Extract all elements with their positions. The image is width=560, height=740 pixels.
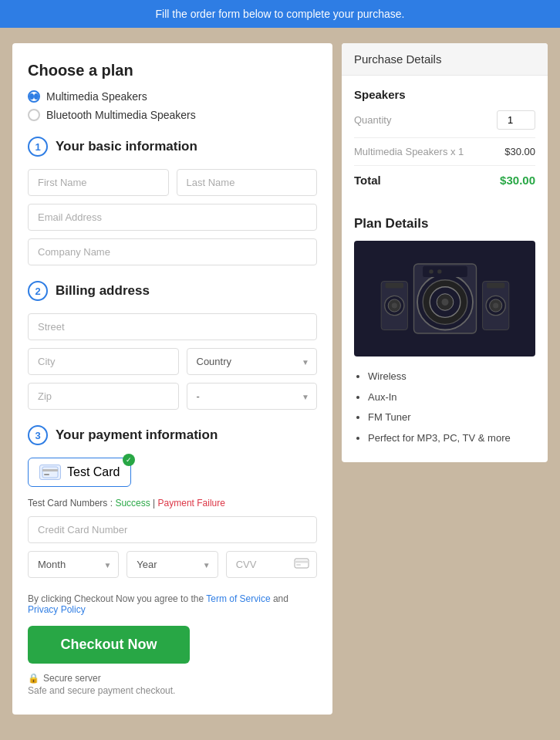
svg-rect-2 bbox=[44, 474, 49, 475]
email-input[interactable] bbox=[28, 204, 317, 231]
year-select[interactable]: Year 20242025202620272028 bbox=[127, 551, 218, 578]
basic-info-form bbox=[28, 169, 317, 265]
country-wrapper: Country ▼ bbox=[187, 348, 318, 375]
zip-state-row: - ▼ bbox=[28, 383, 317, 410]
street-input[interactable] bbox=[28, 313, 317, 340]
test-card-label: Test Card Numbers : bbox=[28, 498, 113, 509]
terms-and: and bbox=[271, 593, 288, 604]
secure-label: Secure server bbox=[43, 673, 101, 684]
divider-2 bbox=[354, 165, 535, 166]
svg-rect-11 bbox=[385, 282, 403, 288]
speaker-image bbox=[354, 241, 535, 356]
banner-text: Fill the order form below to complete yo… bbox=[156, 8, 405, 20]
expiry-cvv-row: Month 01020304 05060708 09101112 ▼ Year … bbox=[28, 551, 317, 578]
secure-top: 🔒 Secure server bbox=[28, 673, 317, 684]
email-row bbox=[28, 204, 317, 231]
svg-point-24 bbox=[493, 302, 498, 308]
plan-details-title: Plan Details bbox=[354, 216, 535, 231]
credit-card-svg bbox=[42, 466, 59, 478]
svg-point-19 bbox=[429, 269, 433, 273]
step3-title: Your payment information bbox=[56, 427, 218, 443]
last-name-input[interactable] bbox=[177, 169, 318, 196]
total-amount: $30.00 bbox=[500, 174, 535, 187]
svg-rect-1 bbox=[42, 469, 58, 471]
company-input[interactable] bbox=[28, 238, 317, 265]
purchase-details-header: Purchase Details bbox=[342, 43, 548, 76]
secure-sub: Safe and secure payment checkout. bbox=[28, 685, 317, 696]
item-price: $30.00 bbox=[504, 146, 535, 157]
failure-link[interactable]: Payment Failure bbox=[158, 498, 225, 509]
street-row bbox=[28, 313, 317, 340]
feature-4: Perfect for MP3, PC, TV & more bbox=[368, 429, 535, 448]
top-banner: Fill the order form below to complete yo… bbox=[0, 0, 560, 28]
svg-point-17 bbox=[441, 299, 448, 306]
city-input[interactable] bbox=[28, 348, 179, 375]
quantity-input[interactable] bbox=[497, 110, 535, 130]
plan-option-1[interactable]: Multimedia Speakers bbox=[28, 90, 317, 103]
step3-circle: 3 bbox=[28, 425, 48, 445]
right-panel: Purchase Details Speakers Quantity Multi… bbox=[342, 43, 548, 462]
radio-circle-1 bbox=[28, 90, 40, 103]
payment-form: Test Card ✓ Test Card Numbers : Success … bbox=[28, 458, 317, 578]
svg-point-10 bbox=[391, 302, 396, 308]
checkout-terms: By clicking Checkout Now you agree to th… bbox=[28, 593, 317, 615]
purchase-details-body: Speakers Quantity Multimedia Speakers x … bbox=[342, 76, 548, 204]
cc-number-input[interactable] bbox=[28, 516, 317, 543]
secure-note: 🔒 Secure server Safe and secure payment … bbox=[28, 673, 317, 696]
step3-header: 3 Your payment information bbox=[28, 425, 317, 445]
left-panel: Choose a plan Multimedia Speakers Blueto… bbox=[12, 43, 332, 715]
plan-features: Wireless Aux-In FM Tuner Perfect for MP3… bbox=[354, 367, 535, 448]
step2-header: 2 Billing address bbox=[28, 281, 317, 301]
zip-input[interactable] bbox=[28, 383, 179, 410]
month-select[interactable]: Month 01020304 05060708 09101112 bbox=[28, 551, 119, 578]
speaker-illustration bbox=[376, 248, 514, 349]
product-name: Speakers bbox=[354, 88, 535, 101]
country-select[interactable]: Country bbox=[187, 348, 318, 375]
main-content: Choose a plan Multimedia Speakers Blueto… bbox=[0, 28, 560, 730]
step1-header: 1 Your basic information bbox=[28, 137, 317, 157]
state-wrapper: - ▼ bbox=[187, 383, 318, 410]
checkout-button[interactable]: Checkout Now bbox=[28, 626, 190, 664]
plan-details-section: Plan Details bbox=[342, 204, 548, 462]
terms-link[interactable]: Term of Service bbox=[206, 593, 270, 604]
total-label: Total bbox=[354, 174, 381, 187]
quantity-label: Quantity bbox=[354, 114, 391, 126]
svg-point-20 bbox=[437, 269, 441, 273]
item-label: Multimedia Speakers x 1 bbox=[354, 146, 464, 157]
terms-text: By clicking Checkout Now you agree to th… bbox=[28, 593, 206, 604]
cc-row bbox=[28, 516, 317, 543]
feature-3: FM Tuner bbox=[368, 408, 535, 427]
billing-form: Country ▼ - ▼ bbox=[28, 313, 317, 410]
test-card-info: Test Card Numbers : Success | Payment Fa… bbox=[28, 498, 317, 509]
privacy-link[interactable]: Privacy Policy bbox=[28, 604, 86, 615]
card-button-label: Test Card bbox=[67, 465, 120, 479]
page-wrapper: Fill the order form below to complete yo… bbox=[0, 0, 560, 740]
step1-title: Your basic information bbox=[56, 139, 197, 154]
radio-circle-2 bbox=[28, 109, 40, 121]
feature-1: Wireless bbox=[368, 367, 535, 387]
plan-options: Multimedia Speakers Bluetooth Multimedia… bbox=[28, 90, 317, 121]
first-name-input[interactable] bbox=[28, 169, 169, 196]
state-select[interactable]: - bbox=[187, 383, 318, 410]
plan-label-2: Bluetooth Multimedia Speakers bbox=[46, 109, 196, 121]
plan-option-2[interactable]: Bluetooth Multimedia Speakers bbox=[28, 109, 317, 121]
total-row: Total $30.00 bbox=[354, 174, 535, 187]
check-badge: ✓ bbox=[123, 454, 135, 466]
cvv-wrapper bbox=[226, 551, 317, 578]
year-wrapper: Year 20242025202620272028 ▼ bbox=[127, 551, 218, 578]
lock-icon: 🔒 bbox=[28, 673, 39, 684]
step1-circle: 1 bbox=[28, 137, 48, 157]
success-link[interactable]: Success bbox=[115, 498, 150, 509]
step2-circle: 2 bbox=[28, 281, 48, 301]
card-button[interactable]: Test Card ✓ bbox=[28, 458, 131, 487]
company-row bbox=[28, 238, 317, 265]
feature-2: Aux-In bbox=[368, 388, 535, 407]
name-row bbox=[28, 169, 317, 196]
cvv-input[interactable] bbox=[226, 551, 317, 578]
item-price-row: Multimedia Speakers x 1 $30.00 bbox=[354, 146, 535, 157]
svg-rect-0 bbox=[42, 467, 58, 478]
svg-rect-25 bbox=[487, 282, 504, 288]
divider-1 bbox=[354, 137, 535, 138]
city-country-row: Country ▼ bbox=[28, 348, 317, 375]
step2-title: Billing address bbox=[56, 283, 150, 299]
